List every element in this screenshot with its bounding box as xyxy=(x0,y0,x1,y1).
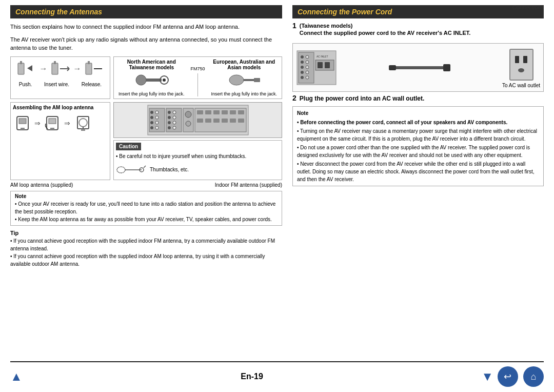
svg-rect-23 xyxy=(50,128,54,130)
right-note-item-1: • Before connecting the power cord, conn… xyxy=(297,119,539,126)
step1-number: 1 xyxy=(292,22,296,40)
tip-item-2: • If you cannot achieve good reception w… xyxy=(10,252,282,268)
svg-rect-86 xyxy=(510,49,533,80)
right-column: Connecting the Power Cord 1 (Taiwanese m… xyxy=(292,5,544,361)
eu-insert-label: Insert the plug fully into the jack. xyxy=(209,91,280,96)
fm750-divider: FM750 xyxy=(190,59,206,96)
svg-rect-60 xyxy=(222,119,228,123)
svg-point-11 xyxy=(136,75,146,85)
receiver-panel: AC INLET xyxy=(296,50,337,86)
svg-rect-85 xyxy=(443,64,450,71)
svg-rect-80 xyxy=(318,62,323,68)
svg-rect-88 xyxy=(523,56,527,63)
svg-rect-8 xyxy=(86,63,92,74)
right-note-box: Note • Before connecting the power cord,… xyxy=(292,106,544,186)
svg-point-46 xyxy=(168,126,171,129)
to-ac-label: To AC wall outlet xyxy=(502,83,540,88)
prev-arrow[interactable]: ▲ xyxy=(10,369,23,384)
step2-text: Plug the power cord into an AC wall outl… xyxy=(300,95,425,102)
home-button[interactable]: ⌂ xyxy=(523,366,544,387)
svg-rect-22 xyxy=(49,119,56,124)
svg-point-45 xyxy=(173,121,176,124)
tip-header: Tip xyxy=(10,230,282,236)
wall-outlet-svg xyxy=(507,47,536,83)
back-button[interactable]: ↩ xyxy=(498,366,518,387)
note-box: Note • Once your AV receiver is ready fo… xyxy=(10,191,282,226)
step2-container: 2 Plug the power cord into an AC wall ou… xyxy=(292,95,544,102)
svg-rect-1 xyxy=(20,61,22,64)
svg-rect-51 xyxy=(197,110,203,114)
svg-point-33 xyxy=(155,111,159,114)
insert-wire-label: Insert wire. xyxy=(44,82,69,87)
svg-rect-9 xyxy=(88,61,90,64)
svg-rect-55 xyxy=(205,119,211,123)
power-section-header: Connecting the Power Cord xyxy=(292,5,544,18)
main-content: Connecting the Antennas This section exp… xyxy=(10,5,544,361)
caution-box: Caution • Be careful not to injure yours… xyxy=(113,140,282,180)
back-panel-svg xyxy=(147,104,249,136)
step1-text: Connect the supplied power cord to the A… xyxy=(300,30,471,36)
svg-rect-83 xyxy=(390,66,449,69)
right-nav-area: ▼ ↩ ⌂ xyxy=(481,366,544,387)
svg-point-63 xyxy=(117,167,125,173)
arrow-icon: → xyxy=(39,64,48,73)
svg-point-37 xyxy=(155,121,159,124)
wall-outlet-area: To AC wall outlet xyxy=(502,47,540,88)
european-col: European, Australian and Asian models In… xyxy=(209,59,280,96)
svg-rect-59 xyxy=(238,110,244,114)
svg-point-34 xyxy=(150,116,153,119)
svg-rect-16 xyxy=(244,79,254,81)
svg-point-40 xyxy=(168,111,171,114)
svg-marker-2 xyxy=(27,65,32,71)
svg-rect-57 xyxy=(222,110,228,114)
am-loop-box: Assembling the AM loop antenna ⇒ xyxy=(10,102,110,180)
svg-rect-17 xyxy=(254,78,260,82)
power-cord-svg xyxy=(337,60,502,75)
arrow-icon-2: → xyxy=(73,64,82,73)
am-loop-bottom-label: AM loop antenna (supplied) xyxy=(10,182,73,188)
indoor-fm-bottom-label: Indoor FM antenna (supplied) xyxy=(215,182,282,188)
next-arrow[interactable]: ▼ xyxy=(481,369,493,384)
thumbtack-label: Thumbtacks, etc. xyxy=(150,167,189,172)
step1-title: (Taiwanese models) xyxy=(300,23,471,29)
svg-point-25 xyxy=(79,119,87,127)
svg-point-76 xyxy=(306,71,309,74)
caution-section: Caution • Be careful not to injure yours… xyxy=(113,102,282,180)
push-label: Push. xyxy=(19,82,32,87)
svg-point-75 xyxy=(301,71,304,74)
intro-text-1: This section explains how to connect the… xyxy=(10,23,282,31)
am-loop-assembled xyxy=(72,112,94,134)
am-loop-step1 xyxy=(13,113,32,133)
svg-rect-84 xyxy=(389,65,396,70)
svg-rect-81 xyxy=(325,62,330,68)
connector-diagram-box: North American and Taiwanese models Inse… xyxy=(113,56,282,99)
svg-point-49 xyxy=(186,121,191,126)
power-cord-diagram: AC INLET To AC w xyxy=(292,43,544,92)
page-number: En-19 xyxy=(241,372,263,381)
svg-rect-19 xyxy=(19,119,26,124)
right-note-item-2: • Turning on the AV receiver may cause a… xyxy=(297,127,539,143)
step1-content: (Taiwanese models) Connect the supplied … xyxy=(300,23,471,36)
am-arrow-2: ⇒ xyxy=(64,119,70,127)
svg-point-42 xyxy=(168,116,171,119)
north-american-col: North American and Taiwanese models Inse… xyxy=(116,59,187,96)
push-icon xyxy=(17,59,36,79)
note-header: Note xyxy=(15,193,278,199)
svg-rect-54 xyxy=(197,119,203,123)
push-labels: Push. Insert wire. Release. xyxy=(13,82,108,87)
svg-point-89 xyxy=(518,68,524,72)
svg-rect-4 xyxy=(54,61,56,64)
antenna-bottom-labels: AM loop antenna (supplied) Indoor FM ant… xyxy=(10,182,282,188)
svg-rect-62 xyxy=(238,119,244,123)
svg-point-78 xyxy=(306,76,309,79)
svg-point-38 xyxy=(150,126,153,129)
right-note-item-4: • Never disconnect the power cord from t… xyxy=(297,160,539,183)
receiver-svg: AC INLET xyxy=(296,50,337,86)
svg-point-77 xyxy=(301,76,304,79)
na-connector-icon xyxy=(133,71,169,89)
caution-header: Caution xyxy=(116,143,141,150)
svg-point-47 xyxy=(173,126,176,129)
svg-rect-20 xyxy=(21,128,25,130)
svg-point-43 xyxy=(173,116,176,119)
right-note-header: Note xyxy=(297,109,539,117)
